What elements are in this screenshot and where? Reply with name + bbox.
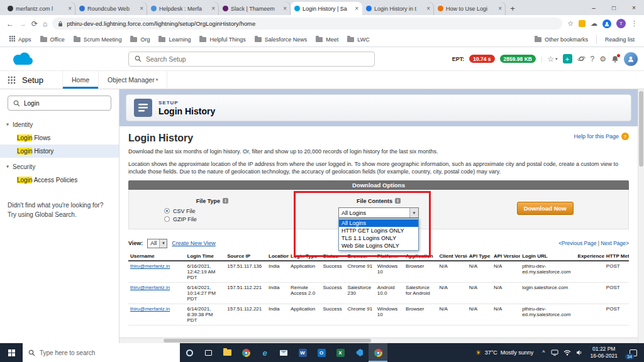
profile-person-icon[interactable] xyxy=(602,19,611,28)
sidebar-item[interactable]: Login Flows xyxy=(0,131,119,145)
notifications-bell-icon[interactable] xyxy=(611,55,619,63)
column-header[interactable]: Login URL xyxy=(520,252,575,261)
browser-tab[interactable]: How to Use Logi× xyxy=(434,2,506,15)
file-explorer-icon[interactable] xyxy=(218,343,236,362)
other-bookmarks[interactable]: Other bookmarks xyxy=(530,32,592,47)
browser-tab[interactable]: merfantz.com l× xyxy=(4,2,75,15)
setup-search-input[interactable]: Search Setup xyxy=(128,52,375,67)
dropdown-option[interactable]: HTTP GET Logins ONLY xyxy=(339,227,418,234)
tab-close-icon[interactable]: × xyxy=(140,5,143,12)
window-minimize-button[interactable]: – xyxy=(584,0,604,15)
browser-tab[interactable]: Roundcube Web× xyxy=(75,2,147,15)
sidebar-search-input[interactable]: Login xyxy=(8,96,111,111)
taskbar-weather[interactable]: ☀ 37°C Mostly sunny xyxy=(470,349,540,357)
start-button[interactable] xyxy=(0,343,23,362)
tab-close-icon[interactable]: × xyxy=(283,5,287,12)
tab-home[interactable]: Home xyxy=(62,71,98,89)
help-question-icon[interactable]: ? xyxy=(621,133,629,140)
radio-csv[interactable]: CSV File xyxy=(164,208,296,214)
help-icon[interactable]: ? xyxy=(591,55,595,63)
excel-icon[interactable]: X xyxy=(331,343,350,362)
column-header[interactable]: Status xyxy=(321,252,345,261)
volume-icon[interactable] xyxy=(574,349,586,356)
create-new-view-link[interactable]: Create New View xyxy=(172,240,215,246)
orbit-icon[interactable] xyxy=(577,55,586,63)
column-header[interactable]: HTTP Meth xyxy=(604,252,629,261)
view-select[interactable]: All ▼ xyxy=(147,239,167,248)
home-icon[interactable]: ⌂ xyxy=(43,19,47,28)
next-page-link[interactable]: Next Page> xyxy=(601,240,629,246)
file-contents-select[interactable]: All Logins ▼ xyxy=(338,207,419,218)
info-icon[interactable]: i xyxy=(395,198,401,204)
tab-close-icon[interactable]: × xyxy=(68,5,72,12)
reading-list[interactable]: Reading list xyxy=(601,32,639,47)
column-header[interactable]: API Version xyxy=(492,252,520,261)
browser-tab[interactable]: Login History | Sa× xyxy=(291,2,362,15)
previous-page-link[interactable]: <Previous Page xyxy=(558,240,596,246)
task-view-icon[interactable] xyxy=(199,343,218,362)
column-header[interactable]: Client Version xyxy=(438,252,467,261)
tab-object-manager[interactable]: Object Manager ▾ xyxy=(98,71,167,89)
sidebar-section-header[interactable]: ▸Identity xyxy=(0,118,119,131)
column-header[interactable]: Application xyxy=(404,252,437,261)
dropdown-option[interactable]: TLS 1.1 Logins ONLY xyxy=(339,234,418,242)
bookmark-item[interactable]: Helpful Things xyxy=(195,32,250,47)
chrome-icon[interactable] xyxy=(236,343,255,362)
reload-icon[interactable]: ⟳ xyxy=(31,19,38,28)
dropdown-option[interactable]: Web Site Logins ONLY xyxy=(339,242,418,250)
bookmark-item[interactable]: LWC xyxy=(343,32,374,47)
extension-icon[interactable] xyxy=(579,20,586,27)
new-tab-button[interactable]: + xyxy=(506,2,519,15)
favorites-star-icon[interactable]: ☆▾ xyxy=(547,55,557,63)
radio-gzip-control[interactable] xyxy=(164,216,170,222)
column-header[interactable]: Login Type xyxy=(289,252,321,261)
add-icon[interactable]: + xyxy=(563,54,572,63)
bookmark-item[interactable]: Meet xyxy=(311,32,343,47)
browser-avatar[interactable]: T xyxy=(616,19,626,28)
taskbar-clock[interactable]: 01:22 PM 16-06-2021 xyxy=(586,346,623,359)
monitor-icon[interactable] xyxy=(548,349,561,356)
column-header[interactable]: Login Time xyxy=(186,252,226,261)
help-link[interactable]: Help for this Page xyxy=(574,133,619,140)
browser-tab[interactable]: Login History in t× xyxy=(362,2,434,15)
browser-menu-icon[interactable]: ⋮ xyxy=(631,19,638,28)
sidebar-item[interactable]: Login Access Policies xyxy=(0,173,119,187)
url-field[interactable]: pthiru-dev-ed.lightning.force.com/lightn… xyxy=(52,18,562,30)
bookmark-item[interactable]: Scrum Meeting xyxy=(69,32,126,47)
radio-csv-control[interactable] xyxy=(164,208,170,214)
user-avatar[interactable] xyxy=(624,52,638,66)
vertical-scrollbar-thumb[interactable] xyxy=(639,91,643,167)
column-header[interactable]: API Type xyxy=(467,252,492,261)
bookmark-item[interactable]: Salesforce News xyxy=(250,32,312,47)
info-icon[interactable]: i xyxy=(223,198,228,204)
username-link[interactable]: thiru@merfantz.in xyxy=(128,304,186,325)
tab-close-icon[interactable]: × xyxy=(211,5,215,12)
download-now-button[interactable]: Download Now xyxy=(517,202,574,215)
dropdown-option[interactable]: All Logins xyxy=(339,219,418,227)
app-launcher-icon[interactable] xyxy=(8,76,16,84)
browser-tab[interactable]: Slack | Thameem× xyxy=(219,2,291,15)
edge-icon[interactable]: e xyxy=(255,343,274,362)
bookmark-item[interactable]: Org xyxy=(126,32,154,47)
window-maximize-button[interactable]: □ xyxy=(604,0,624,15)
column-header[interactable]: Browser xyxy=(346,252,375,261)
window-close-button[interactable]: × xyxy=(624,0,644,15)
column-header[interactable]: Location xyxy=(267,252,289,261)
horizontal-scrollbar-thumb[interactable] xyxy=(164,339,371,343)
mail-icon[interactable] xyxy=(274,343,293,362)
tab-close-icon[interactable]: × xyxy=(426,5,430,12)
browser-tab[interactable]: Helpdesk : Merfa× xyxy=(147,2,219,15)
outlook-icon[interactable]: O xyxy=(312,343,331,362)
tab-close-icon[interactable]: × xyxy=(498,5,502,12)
column-header[interactable]: Platform xyxy=(375,252,404,261)
username-link[interactable]: thiru@merfantz.in xyxy=(128,261,186,283)
sidebar-section-header[interactable]: ▸Security xyxy=(0,160,119,173)
username-link[interactable]: thiru@merfantz.in xyxy=(128,282,186,304)
bookmark-apps[interactable]: Apps xyxy=(5,32,36,47)
taskbar-search-input[interactable]: Type here to search xyxy=(23,343,180,362)
bookmark-star-icon[interactable]: ☆ xyxy=(567,19,574,28)
forward-icon[interactable]: → xyxy=(19,19,26,28)
column-header[interactable]: Experience xyxy=(576,252,604,261)
vscode-icon[interactable] xyxy=(350,343,369,362)
bookmark-item[interactable]: Learning xyxy=(154,32,195,47)
